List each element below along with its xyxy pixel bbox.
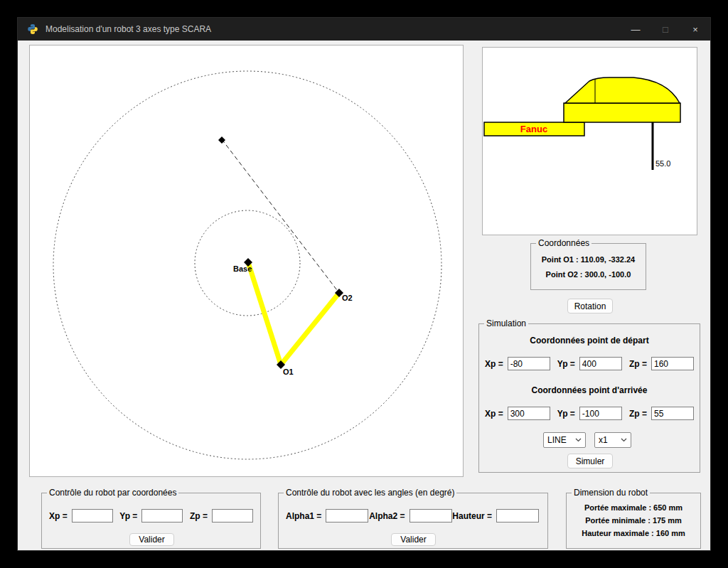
- titlebar: Modelisation d'un robot 3 axes type SCAR…: [18, 18, 710, 41]
- chevron-down-icon: [621, 438, 627, 442]
- robot-head-dome: [565, 77, 680, 103]
- coordinate-control-valider-button[interactable]: Valider: [129, 533, 174, 546]
- control-yp-label: Yp =: [119, 511, 137, 521]
- close-button[interactable]: ×: [680, 18, 710, 41]
- alpha2-label: Alpha2 =: [369, 511, 405, 521]
- minimize-button[interactable]: —: [621, 18, 651, 41]
- coordinate-control-group-title: Contrôle du robot par coordonées: [47, 488, 178, 498]
- alpha1-input[interactable]: [326, 509, 368, 523]
- simulation-group-title: Simulation: [484, 318, 528, 328]
- alpha1-label: Alpha1 =: [286, 511, 321, 521]
- end-point-row: Xp = Yp = Zp =: [485, 407, 694, 420]
- coordinates-group: Coordonnées Point O1 : 110.09, -332.24 P…: [530, 243, 646, 290]
- trajectory-select-value: LINE: [547, 435, 567, 445]
- hauteur-label: Hauteur =: [452, 511, 492, 521]
- coordinate-control-row: Xp = Yp = Zp =: [49, 509, 253, 523]
- chevron-down-icon: [575, 438, 582, 442]
- control-zp-input[interactable]: [212, 509, 253, 523]
- arm-segment-base-o1: [248, 262, 281, 365]
- app-window: Modelisation d'un robot 3 axes type SCAR…: [17, 17, 711, 551]
- side-view-drawing: Fanuc 55.0: [483, 48, 697, 235]
- speed-select[interactable]: x1: [594, 432, 631, 448]
- hauteur-input[interactable]: [496, 509, 539, 523]
- rotation-button[interactable]: Rotation: [567, 299, 613, 314]
- point-o1-coordinates: Point O1 : 110.09, -332.24: [542, 252, 635, 267]
- simulation-group: Simulation Coordonnées point de départ X…: [478, 323, 700, 473]
- o2-point-label: O2: [342, 294, 353, 302]
- max-height-text: Hauteur maximale : 160 mm: [582, 527, 685, 540]
- start-xp-label: Xp =: [485, 359, 503, 369]
- simulate-button[interactable]: Simuler: [567, 454, 613, 468]
- angle-control-group-title: Contrôle du robot avec les angles (en de…: [284, 488, 456, 498]
- robot-body-rect: [564, 103, 680, 122]
- min-reach-text: Portée minimale : 175 mm: [585, 514, 682, 527]
- arm-segment-o1-o2: [281, 293, 339, 365]
- workspace-canvas: Base O1 O2: [29, 45, 464, 477]
- speed-select-value: x1: [599, 435, 608, 445]
- trajectory-select[interactable]: LINE: [543, 432, 586, 448]
- python-icon: [27, 23, 38, 35]
- end-zp-label: Zp =: [629, 409, 647, 419]
- tool-height-label: 55.0: [655, 159, 670, 168]
- start-point-heading: Coordonnées point de départ: [479, 336, 700, 345]
- brand-label: Fanuc: [520, 124, 547, 134]
- control-xp-input[interactable]: [72, 509, 113, 523]
- end-xp-input[interactable]: [508, 407, 550, 420]
- robot-dimensions-group: Dimension du robot Portée maximale : 650…: [566, 493, 701, 549]
- coordinates-group-title: Coordonnées: [536, 238, 592, 248]
- start-xp-input[interactable]: [508, 357, 550, 370]
- max-reach-text: Portée maximale : 650 mm: [584, 501, 682, 514]
- start-zp-label: Zp =: [629, 359, 647, 369]
- control-zp-label: Zp =: [190, 511, 208, 521]
- workspace-drawing: Base O1 O2: [30, 45, 463, 476]
- end-yp-input[interactable]: [579, 407, 622, 420]
- angle-control-valider-button[interactable]: Valider: [391, 533, 436, 546]
- maximize-button[interactable]: □: [651, 18, 680, 41]
- robot-dimensions-group-title: Dimension du robot: [572, 488, 650, 498]
- window-title: Modelisation d'un robot 3 axes type SCAR…: [46, 24, 211, 34]
- window-controls: — □ ×: [621, 18, 710, 41]
- alpha2-input[interactable]: [410, 509, 452, 523]
- end-yp-label: Yp =: [557, 409, 575, 419]
- start-yp-input[interactable]: [579, 357, 622, 370]
- start-point-row: Xp = Yp = Zp =: [485, 357, 694, 370]
- control-yp-input[interactable]: [141, 509, 183, 523]
- angle-control-group: Contrôle du robot avec les angles (en de…: [278, 493, 548, 549]
- base-point-label: Base: [233, 264, 252, 273]
- angle-control-row: Alpha1 = Alpha2 = Hauteur =: [286, 509, 539, 523]
- o1-point-label: O1: [283, 368, 294, 376]
- control-xp-label: Xp =: [49, 511, 68, 521]
- end-xp-label: Xp =: [485, 409, 503, 419]
- start-zp-input[interactable]: [651, 357, 694, 370]
- end-zp-input[interactable]: [651, 407, 694, 420]
- point-o2-coordinates: Point O2 : 300.0, -100.0: [546, 267, 631, 282]
- end-point-heading: Coordonnées point d'arrivée: [479, 385, 700, 395]
- start-yp-label: Yp =: [557, 359, 575, 369]
- coordinate-control-group: Contrôle du robot par coordonées Xp = Yp…: [41, 493, 261, 549]
- side-view-canvas: Fanuc 55.0: [482, 47, 697, 235]
